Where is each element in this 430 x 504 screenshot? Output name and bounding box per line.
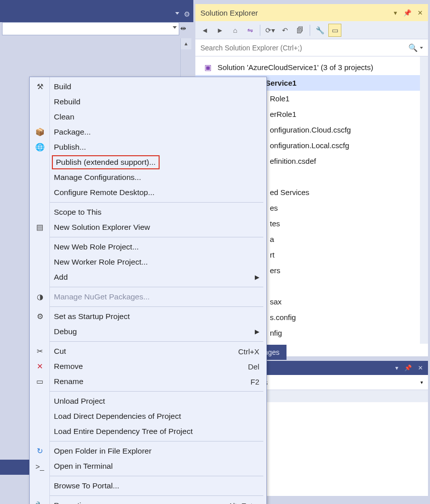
files-icon[interactable]: 🗐 [294,24,307,37]
close-icon[interactable]: ✕ [417,9,423,17]
menu-item-load-direct-dependencies-of-project[interactable]: Load Direct Dependencies of Project [30,409,266,424]
menu-item-unload-project[interactable]: Unload Project [30,394,266,409]
menu-item-label: Load Direct Dependencies of Project [54,412,181,421]
menu-item-clean[interactable]: Clean [30,109,266,124]
menu-item-package[interactable]: 📦Package... [30,124,266,140]
pin-icon[interactable]: 📌 [404,364,412,371]
menu-item-label: Rebuild [54,97,81,106]
menu-item-configure-remote-desktop[interactable]: Configure Remote Desktop... [30,185,266,200]
menu-item-open-in-terminal[interactable]: >_Open in Terminal [30,459,266,474]
menu-item-properties[interactable]: 🔧PropertiesAlt+Enter [30,498,266,504]
properties-toggle-icon[interactable]: ▭ [328,24,341,37]
solution-explorer-search[interactable]: 🔍 [195,39,428,56]
menu-item-set-as-startup-project[interactable]: ⚙Set as Startup Project [30,309,266,324]
menu-item-remove[interactable]: ✕RemoveDel [30,359,266,374]
menu-item-label: Set as Startup Project [54,312,130,321]
menu-item-label: New Worker Role Project... [54,258,148,267]
menu-item-add[interactable]: Add▶ [30,270,266,285]
home-icon[interactable]: ⌂ [229,24,242,37]
undo-icon[interactable]: ↶ [278,24,292,37]
menu-item-cut[interactable]: ✂CutCtrl+X [30,344,266,359]
menu-item-rebuild[interactable]: Rebuild [30,94,266,109]
wrench-icon[interactable]: 🔧 [313,24,326,37]
menu-item-label: Open Folder in File Explorer [54,447,152,456]
menu-item-label: Browse To Portal... [54,481,119,490]
menu-item-label: Build [54,82,71,91]
shortcut-label: Del [248,362,259,371]
terminal-icon: >_ [35,462,45,471]
menu-item-label: Package... [54,128,91,137]
menu-item-new-solution-explorer-view[interactable]: ▤New Solution Explorer View [30,220,266,235]
solution-icon: ▣ [204,63,213,72]
solution-explorer-toolbar: ◄ ► ⌂ ⇋ ⟳▾ ↶ 🗐 🔧 ▭ [195,21,428,39]
menu-item-label: Manage NuGet Packages... [54,292,150,301]
split-icon[interactable]: ⇹ [180,24,186,32]
history-icon[interactable]: ⟳▾ [263,24,276,37]
menu-item-build[interactable]: ⚒Build [30,79,266,94]
menu-item-publish[interactable]: 🌐Publish... [30,140,266,155]
menu-item-label: Unload Project [54,397,105,406]
menu-item-rename[interactable]: ▭RenameF2 [30,374,266,389]
window-menu-icon[interactable]: ▾ [394,9,397,17]
menu-item-label: Configure Remote Desktop... [54,188,155,197]
search-input[interactable] [200,44,408,52]
menu-item-new-worker-role-project[interactable]: New Worker Role Project... [30,255,266,270]
shortcut-label: Ctrl+X [238,347,259,356]
window-menu-icon[interactable]: ▾ [395,364,398,371]
wrench-icon: 🔧 [35,501,45,504]
shortcut-label: F2 [250,377,259,386]
menu-item-label: New Solution Explorer View [54,223,150,232]
menu-item-new-web-role-project[interactable]: New Web Role Project... [30,239,266,255]
build-icon: ⚒ [35,82,45,91]
menu-item-publish-extended-support[interactable]: Publish (extended support)... [30,155,266,170]
menu-item-open-folder-in-file-explorer[interactable]: ↻Open Folder in File Explorer [30,444,266,459]
globe-icon: 🌐 [35,143,45,152]
gear-icon: ⚙ [35,312,45,321]
menu-item-label: Properties [54,501,90,504]
gear-icon[interactable]: ⚙ [184,10,190,18]
tree-scrollbar[interactable] [420,56,428,344]
menu-item-debug[interactable]: Debug▶ [30,324,266,339]
menu-item-label: Publish... [54,143,86,152]
pin-icon[interactable]: 📌 [403,9,411,17]
package-icon: 📦 [35,128,45,137]
left-dock-tab[interactable] [0,460,29,475]
context-menu: ⚒BuildRebuildClean📦Package...🌐Publish...… [29,77,267,504]
forward-icon[interactable]: ► [213,24,227,37]
menu-item-label: New Web Role Project... [54,242,139,251]
breadcrumb-dropdown[interactable] [2,22,179,35]
solution-explorer-titlebar[interactable]: Solution Explorer ▾ 📌 ✕ [195,4,428,21]
menu-item-load-entire-dependency-tree-of-project[interactable]: Load Entire Dependency Tree of Project [30,424,266,439]
solution-node[interactable]: ▣ Solution 'AzureCloudService1' (3 of 3 … [195,59,428,75]
menu-item-manage-configurations[interactable]: Manage Configurations... [30,170,266,185]
back-icon[interactable]: ◄ [198,24,211,37]
rename-icon: ▭ [35,377,45,386]
dropdown-caret-icon[interactable] [175,12,179,15]
separator [50,391,263,392]
search-options-icon[interactable] [420,47,423,49]
menu-item-browse-to-portal[interactable]: Browse To Portal... [30,478,266,493]
menu-item-label: Clean [54,112,75,121]
menu-item-label: Add [54,273,68,282]
sync-icon[interactable]: ⇋ [244,24,257,37]
menu-item-scope-to-this[interactable]: Scope to This [30,205,266,220]
shortcut-label: Alt+Enter [228,501,259,505]
separator [50,202,263,203]
nuget-icon: ◑ [35,292,45,301]
menu-item-label: Manage Configurations... [54,173,141,182]
menu-item-label: Remove [54,362,83,371]
search-icon[interactable]: 🔍 [408,43,418,52]
chevron-down-icon [173,26,177,29]
cut-icon: ✂ [35,347,45,356]
close-icon[interactable]: ✕ [418,364,423,371]
chevron-down-icon: ▾ [420,380,423,385]
scroll-up-icon[interactable]: ▲ [181,38,191,49]
separator [50,306,263,307]
view-icon: ▤ [35,223,45,232]
separator [50,287,263,287]
separator [50,476,263,476]
menu-item-label: Cut [54,347,66,356]
menu-item-manage-nuget-packages: ◑Manage NuGet Packages... [30,289,266,304]
top-strip: ⚙ [0,0,193,22]
submenu-arrow-icon: ▶ [255,328,259,335]
